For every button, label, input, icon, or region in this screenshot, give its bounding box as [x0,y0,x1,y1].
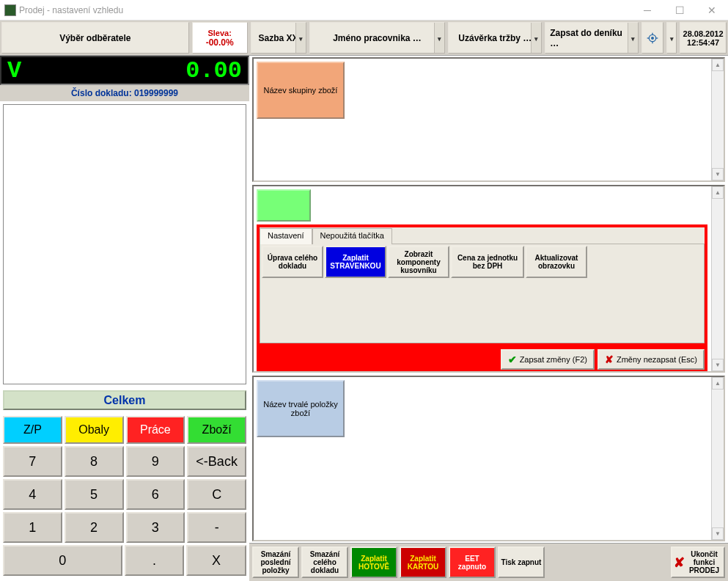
chevron-down-icon [531,23,541,53]
key-dot[interactable]: . [125,545,185,576]
key-2[interactable]: 2 [65,512,124,543]
exit-sale-button[interactable]: ✘ Ukončit funkci PRODEJ [671,547,725,578]
customer-select[interactable]: Výběr odběratele [1,22,189,54]
settings-dropdown[interactable] [666,22,677,54]
key-5[interactable]: 5 [65,479,124,510]
worker-name-button[interactable]: Jméno pracovnika … [309,22,446,54]
key-3[interactable]: 3 [126,512,185,543]
opt-unit-price[interactable]: Cena za jednotku bez DPH [451,246,524,278]
opt-label: Cena za jednotku bez DPH [454,254,521,270]
key-7[interactable]: 7 [3,446,62,477]
discount-display: Sleva: -00.0% [192,22,248,54]
groups-scrollbar[interactable]: ▲ ▼ [711,59,724,180]
settings-scrollbar[interactable]: ▲ ▼ [711,186,724,371]
scroll-up-icon[interactable]: ▲ [712,186,724,199]
maximize-button[interactable]: ☐ [663,0,696,21]
closing-button[interactable]: Uzávěrka tržby … [448,22,542,54]
opt-label: Úprava celého dokladu [265,254,320,270]
scroll-up-icon[interactable]: ▲ [712,377,724,390]
close-button[interactable]: ✕ [696,0,728,21]
time-value: 12:54:47 [687,38,719,47]
save-changes-button[interactable]: ✔ Zapsat změny (F2) [501,349,595,370]
opt-pay-voucher[interactable]: Zaplatit STRAVENKOU [325,246,386,278]
opt-label: Zaplatit STRAVENKOU [328,254,383,270]
delete-all-items-button[interactable]: Smazání celého dokladu [301,547,348,578]
tab-settings[interactable]: Nastavení [260,228,312,244]
discard-changes-button[interactable]: ✘ Změny nezapsat (Esc) [598,349,705,370]
key-label: X [212,553,221,569]
bottom-spacer [547,547,669,578]
opt-edit-document[interactable]: Úprava celého dokladu [262,246,323,278]
discount-value: -00.0% [206,37,234,48]
minimize-button[interactable]: ─ [631,0,663,21]
eet-toggle-button[interactable]: EET zapnuto [449,547,496,578]
key-label: 3 [152,520,159,536]
key-4[interactable]: 4 [3,479,62,510]
key-0[interactable]: 0 [3,545,122,576]
customer-label: Výběr odběratele [59,33,130,43]
tab-unused[interactable]: Nepoužitá tlačítka [312,228,392,244]
delete-last-item-button[interactable]: Smazání poslední položky [252,547,299,578]
key-label: C [212,487,221,503]
category-obaly-button[interactable]: Obaly [65,416,124,444]
main-area: V 0.00 Číslo dokladu: 019999999 Celkem Z… [0,56,728,581]
green-tile[interactable] [257,189,311,222]
print-toggle-button[interactable]: Tisk zapnut [498,547,545,578]
bottom-bar: Smazání poslední položky Smazání celého … [249,543,728,581]
scroll-down-icon[interactable]: ▼ [712,527,724,540]
scroll-up-icon[interactable]: ▲ [712,59,724,71]
scroll-track[interactable] [712,71,724,168]
key-label: 7 [29,454,36,469]
svg-point-1 [652,37,654,39]
scroll-track[interactable] [712,390,724,527]
items-list[interactable] [3,104,246,384]
btn-label: Zaplatit KARTOU [402,555,444,571]
btn-label: Tisk zapnut [501,558,542,566]
key-6[interactable]: 6 [126,479,185,510]
window-title: Prodej - nastavení vzhledu [19,5,631,15]
pay-card-button[interactable]: Zaplatit KARTOU [400,547,446,578]
permanent-item-tile[interactable]: Název trvalé položky zboží [257,380,345,437]
keypad: Z/P Obaly Práce Zboží 7 8 9 <-Back 4 5 6… [3,416,246,578]
tab-label: Nepoužitá tlačítka [320,231,384,240]
permanent-scrollbar[interactable]: ▲ ▼ [711,377,724,540]
settings-dialog: Nastavení Nepoužitá tlačítka Úprava celé… [257,224,707,371]
key-c[interactable]: C [187,479,246,510]
key-label: 5 [90,487,98,503]
product-group-tile[interactable]: Název skupiny zboží [257,62,345,119]
category-prace-button[interactable]: Práce [126,416,185,444]
key-back[interactable]: <-Back [187,446,246,477]
key-x[interactable]: X [186,545,246,576]
chevron-down-icon [628,23,638,53]
opt-label: Aktualizovat obrazovku [529,254,584,270]
scroll-track[interactable] [712,199,724,359]
scroll-down-icon[interactable]: ▼ [712,359,724,371]
key-9[interactable]: 9 [126,446,185,477]
key-label: 8 [90,454,98,469]
settings-tab-body: Úprava celého dokladu Zaplatit STRAVENKO… [260,244,705,343]
key-minus[interactable]: - [187,512,246,543]
journal-label: Zapsat do deníku … [550,28,633,48]
key-label: 0 [59,553,66,569]
settings-button[interactable] [641,22,663,54]
key-label: Z/P [23,423,42,436]
category-zbozi-button[interactable]: Zboží [187,416,246,444]
x-icon: ✘ [674,555,685,571]
total-button[interactable]: Celkem [3,390,246,410]
journal-button[interactable]: Zapsat do deníku … [545,22,639,54]
tab-label: Nastavení [268,231,304,240]
scroll-down-icon[interactable]: ▼ [712,168,724,180]
app-icon [4,4,16,16]
opt-refresh-screen[interactable]: Aktualizovat obrazovku [526,246,587,278]
opt-show-bom[interactable]: Zobrazit komponenty kusovníku [388,246,449,278]
rate-button[interactable]: Sazba XX [251,22,306,54]
key-label: 4 [29,487,36,503]
left-column: V 0.00 Číslo dokladu: 019999999 Celkem Z… [0,56,249,581]
worker-name-label: Jméno pracovnika … [333,33,422,43]
perm-tile-label: Název trvalé položky zboží [261,400,340,417]
pay-cash-button[interactable]: Zaplatit HOTOVĚ [350,547,397,578]
key-1[interactable]: 1 [3,512,62,543]
key-8[interactable]: 8 [65,446,124,477]
category-zp-button[interactable]: Z/P [3,416,62,444]
dialog-button-row: ✔ Zapsat změny (F2) ✘ Změny nezapsat (Es… [260,349,705,370]
